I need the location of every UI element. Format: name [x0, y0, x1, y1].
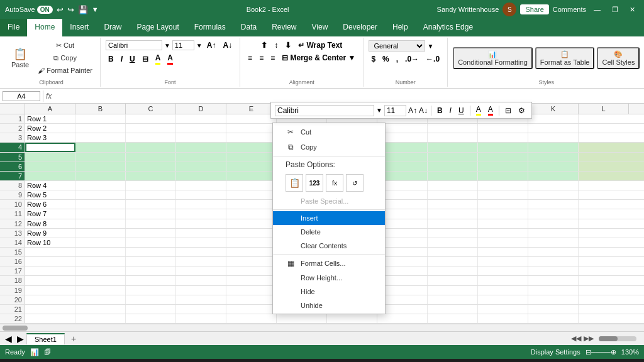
col-header-K[interactable]: K [528, 104, 579, 114]
cell-A1[interactable]: Row 1 [25, 114, 75, 123]
cell-C3[interactable] [126, 133, 176, 142]
cell-D12[interactable] [176, 219, 226, 228]
paste-icon-formula[interactable]: fx [326, 174, 343, 192]
cell-K2[interactable] [528, 124, 579, 133]
font-size-dropdown[interactable]: ▼ [196, 42, 203, 49]
row-number[interactable]: 7 [0, 172, 25, 180]
quick-save-icon[interactable]: 💾 [78, 5, 88, 14]
format-table-button[interactable]: 📋 Format as Table [535, 47, 595, 69]
increase-decimal-button[interactable]: .0→ [402, 54, 421, 64]
mini-font-color-button[interactable]: A [486, 104, 496, 116]
scroll-sheets-right[interactable]: ▶ [14, 334, 26, 344]
ctx-hide[interactable]: Hide [273, 285, 385, 299]
minimize-button[interactable]: — [590, 4, 604, 14]
cell-K3[interactable] [528, 133, 579, 142]
col-header-L[interactable]: L [579, 104, 629, 114]
cell-B11[interactable] [75, 209, 126, 218]
col-header-B[interactable]: B [75, 104, 126, 114]
cell-E13[interactable] [226, 229, 277, 238]
align-bottom-button[interactable]: ⬇ [282, 40, 294, 50]
comments-button[interactable]: Comments [553, 6, 586, 13]
cell-E5[interactable] [226, 153, 277, 162]
cell-K4[interactable] [528, 143, 579, 151]
cell-K5[interactable] [528, 153, 579, 162]
cell-D6[interactable] [176, 162, 226, 171]
cell-I11[interactable] [428, 209, 478, 218]
scroll-sheets-left[interactable]: ◀ [3, 334, 14, 344]
underline-button[interactable]: U [127, 54, 138, 64]
cell-E11[interactable] [226, 209, 277, 218]
col-header-E[interactable]: E [226, 104, 277, 114]
tab-formulas[interactable]: Formulas [187, 19, 233, 36]
cell-K11[interactable] [528, 209, 579, 218]
comma-button[interactable]: , [394, 54, 401, 64]
cell-D8[interactable] [176, 181, 226, 190]
share-button[interactable]: Share [520, 4, 548, 14]
decrease-font-button[interactable]: A↓ [220, 40, 235, 50]
cell-C4[interactable] [126, 143, 176, 151]
tab-help[interactable]: Help [385, 19, 416, 36]
tab-page-layout[interactable]: Page Layout [129, 19, 186, 36]
cell-E1[interactable] [226, 114, 277, 123]
cell-K6[interactable] [528, 162, 579, 171]
cell-B4[interactable] [75, 143, 126, 151]
italic-button[interactable]: I [118, 54, 125, 64]
cell-I9[interactable] [428, 190, 478, 199]
ctx-row-height[interactable]: Row Height... [273, 271, 385, 285]
row-number[interactable]: 10 [0, 200, 25, 209]
mini-size-down-icon[interactable]: A↓ [419, 106, 428, 115]
row-number[interactable]: 4 [0, 143, 25, 151]
cell-A12[interactable]: Row 8 [25, 219, 75, 228]
cell-D4[interactable] [176, 143, 226, 151]
ctx-unhide[interactable]: Unhide [273, 299, 385, 312]
col-header-M[interactable]: M [629, 104, 644, 114]
mini-bold-button[interactable]: B [435, 106, 445, 116]
mini-italic-button[interactable]: I [447, 106, 454, 116]
border-button[interactable]: ⊟ [140, 54, 151, 64]
status-icon-1[interactable]: 📊 [30, 348, 39, 356]
cell-B1[interactable] [75, 114, 126, 123]
status-icon-2[interactable]: 🗐 [44, 348, 51, 356]
cell-I12[interactable] [428, 219, 478, 228]
wrap-text-button[interactable]: ↵ Wrap Text [296, 40, 345, 50]
cell-C2[interactable] [126, 124, 176, 133]
cell-C8[interactable] [126, 181, 176, 190]
cell-K14[interactable] [528, 238, 579, 247]
cell-B13[interactable] [75, 229, 126, 238]
cell-K9[interactable] [528, 190, 579, 199]
cell-I7[interactable] [428, 172, 478, 180]
cell-E7[interactable] [226, 172, 277, 180]
cell-B6[interactable] [75, 162, 126, 171]
cell-C10[interactable] [126, 200, 176, 209]
cell-B14[interactable] [75, 238, 126, 247]
cell-D1[interactable] [176, 114, 226, 123]
cell-D7[interactable] [176, 172, 226, 180]
cell-J13[interactable] [478, 229, 528, 238]
row-number[interactable]: 9 [0, 190, 25, 199]
tab-insert[interactable]: Insert [62, 19, 96, 36]
cell-K1[interactable] [528, 114, 579, 123]
display-settings-button[interactable]: Display Settings [531, 348, 580, 356]
percent-button[interactable]: % [380, 54, 392, 64]
cell-J4[interactable] [478, 143, 528, 151]
cell-D3[interactable] [176, 133, 226, 142]
cell-K12[interactable] [528, 219, 579, 228]
cell-B10[interactable] [75, 200, 126, 209]
cell-J11[interactable] [478, 209, 528, 218]
tab-analytics[interactable]: Analytics Edge [416, 19, 480, 36]
cell-E4[interactable] [226, 143, 277, 151]
restore-button[interactable]: ❐ [608, 4, 622, 15]
redo-icon[interactable]: ↪ [67, 5, 74, 14]
cell-E2[interactable] [226, 124, 277, 133]
cell-C5[interactable] [126, 153, 176, 162]
cell-J14[interactable] [478, 238, 528, 247]
cell-K7[interactable] [528, 172, 579, 180]
row-number[interactable]: 12 [0, 219, 25, 228]
cell-I14[interactable] [428, 238, 478, 247]
cell-B12[interactable] [75, 219, 126, 228]
row-number[interactable]: 6 [0, 162, 25, 171]
cell-B9[interactable] [75, 190, 126, 199]
mini-border-button[interactable]: ⊟ [502, 106, 514, 116]
font-color-button[interactable]: A [165, 53, 175, 65]
ctx-insert[interactable]: Insert [273, 211, 385, 225]
